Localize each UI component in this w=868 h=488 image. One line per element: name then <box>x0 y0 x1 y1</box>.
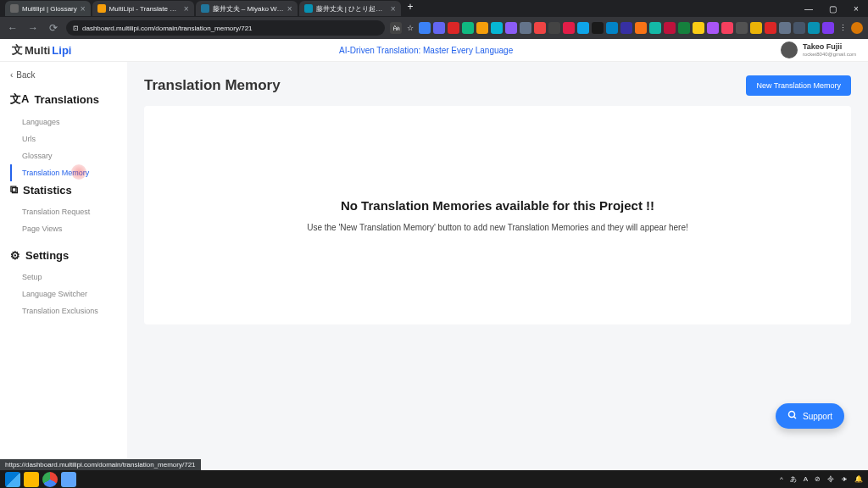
ext-icon-22[interactable] <box>721 22 733 34</box>
profile-icon[interactable] <box>851 22 863 34</box>
tab-close-icon[interactable]: × <box>391 4 396 14</box>
ext-icon-15[interactable] <box>620 22 632 34</box>
sidebar-item-languages[interactable]: Languages <box>10 114 117 130</box>
svg-point-0 <box>788 412 794 418</box>
ext-icon-5[interactable] <box>476 22 488 34</box>
logo-icon: 文 <box>12 42 23 58</box>
ext-icon-21[interactable] <box>707 22 719 34</box>
sidebar-item-translation-request[interactable]: Translation Request <box>10 203 117 220</box>
svg-line-1 <box>793 417 796 419</box>
sidebar-item-language-switcher[interactable]: Language Switcher <box>10 286 117 302</box>
tray-volume-icon[interactable]: 🕩 <box>841 475 848 483</box>
ext-icon-10[interactable] <box>548 22 560 34</box>
ext-icon-7[interactable] <box>505 22 517 34</box>
file-explorer-icon[interactable] <box>24 472 39 487</box>
tab-favicon <box>304 4 313 13</box>
gear-icon: ⚙ <box>10 249 20 262</box>
browser-toolbar: ← → ⟳ ⊡ dashboard.multilipi.com/domain/t… <box>0 17 868 39</box>
ext-icon-6[interactable] <box>491 22 503 34</box>
sidebar-item-glossary[interactable]: Glossary <box>10 147 117 164</box>
ext-icon-13[interactable] <box>592 22 604 34</box>
user-email: rocket8040@gmail.com <box>803 52 856 58</box>
support-button[interactable]: Support <box>776 403 844 429</box>
ext-icon-3[interactable] <box>448 22 459 34</box>
ext-icon-28[interactable] <box>808 22 820 34</box>
back-button[interactable]: ← <box>5 22 20 34</box>
ext-icon-17[interactable] <box>649 22 661 34</box>
ext-icon-24[interactable] <box>750 22 762 34</box>
reload-button[interactable]: ⟳ <box>46 22 61 34</box>
ext-icon-18[interactable] <box>664 22 676 34</box>
notepad-icon[interactable] <box>61 472 76 487</box>
ext-icon-19[interactable] <box>678 22 690 34</box>
page-title: Translation Memory <box>144 77 281 94</box>
sidebar-item-urls[interactable]: Urls <box>10 130 117 147</box>
logo-text-suf: Lipi <box>52 44 71 57</box>
sidebar-item-setup[interactable]: Setup <box>10 269 117 286</box>
ext-icon-20[interactable] <box>693 22 704 34</box>
page-header: Translation Memory New Translation Memor… <box>144 75 851 96</box>
chevron-left-icon: ‹ <box>10 70 13 80</box>
forward-button[interactable]: → <box>25 22 41 34</box>
tab-favicon <box>97 4 106 13</box>
ext-icon-1[interactable] <box>419 22 431 34</box>
tab-title: 藤井丈夫 – Miyako Web Agen… <box>213 4 284 14</box>
header-tagline: AI-Driven Translation: Master Every Lang… <box>71 46 780 55</box>
ext-icon-translate[interactable]: 🗛 <box>390 22 402 34</box>
ext-icon-9[interactable] <box>534 22 546 34</box>
tab-title: MultiLipi - Translate websites to <box>109 5 181 13</box>
tab-close-icon[interactable]: × <box>287 4 292 14</box>
ext-icon-16[interactable] <box>635 22 647 34</box>
new-tab-button[interactable]: + <box>403 1 419 16</box>
translate-icon: 文A <box>10 92 29 107</box>
tab-close-icon[interactable]: × <box>81 4 86 14</box>
tray-ime-icon[interactable]: あ <box>790 474 797 484</box>
tab-title: 藤井丈夫 | ひとり起業家専門のW… <box>316 4 387 14</box>
tray-wifi-icon[interactable]: 令 <box>827 474 834 484</box>
ext-icon-2[interactable] <box>433 22 445 34</box>
ext-icon-star[interactable]: ☆ <box>404 22 416 34</box>
chrome-icon[interactable] <box>42 472 58 487</box>
close-window-button[interactable]: × <box>844 0 868 17</box>
browser-tab-1[interactable]: MultiLipi - Translate websites to × <box>92 1 194 16</box>
user-text: Takeo Fujii rocket8040@gmail.com <box>803 43 856 57</box>
site-info-icon[interactable]: ⊡ <box>73 25 79 32</box>
nav-section-statistics: ⧉ Statistics <box>10 183 117 197</box>
ext-icon-12[interactable] <box>577 22 589 34</box>
new-translation-memory-button[interactable]: New Translation Memory <box>746 75 851 96</box>
start-button[interactable] <box>5 472 20 487</box>
tray-sync-icon[interactable]: ⊘ <box>815 475 821 483</box>
avatar <box>781 42 798 58</box>
ext-icon-14[interactable] <box>606 22 618 34</box>
ext-icon-29[interactable] <box>822 22 834 34</box>
maximize-button[interactable]: ▢ <box>821 0 844 17</box>
browser-tab-3[interactable]: 藤井丈夫 | ひとり起業家専門のW… × <box>299 1 401 16</box>
user-menu[interactable]: Takeo Fujii rocket8040@gmail.com <box>781 42 856 58</box>
ext-icon-26[interactable] <box>779 22 791 34</box>
address-bar[interactable]: ⊡ dashboard.multilipi.com/domain/transla… <box>66 20 385 36</box>
ext-icon-27[interactable] <box>793 22 805 34</box>
user-name: Takeo Fujii <box>803 43 856 52</box>
ext-icon-25[interactable] <box>765 22 776 34</box>
sidebar-item-translation-exclusions[interactable]: Translation Exclusions <box>10 302 117 319</box>
ext-icon-4[interactable] <box>462 22 474 34</box>
tray-lang-icon[interactable]: A <box>804 475 808 483</box>
browser-titlebar: Multilipi | Glossary × MultiLipi - Trans… <box>0 0 868 17</box>
sidebar-item-page-views[interactable]: Page Views <box>10 220 117 237</box>
sidebar-item-translation-memory[interactable]: Translation Memory <box>10 164 117 181</box>
minimize-button[interactable]: — <box>797 0 821 17</box>
tray-notifications-icon[interactable]: 🔔 <box>854 475 863 483</box>
status-url: https://dashboard.multilipi.com/domain/t… <box>0 459 201 470</box>
ext-icon-23[interactable] <box>736 22 748 34</box>
tab-close-icon[interactable]: × <box>184 4 189 14</box>
main-content: Translation Memory New Translation Memor… <box>127 62 868 470</box>
ext-icon-menu[interactable]: ⋮ <box>837 22 849 34</box>
logo[interactable]: 文 MultiLipi <box>12 42 71 58</box>
back-link[interactable]: ‹ Back <box>10 70 117 80</box>
browser-tab-0[interactable]: Multilipi | Glossary × <box>5 1 91 16</box>
ext-icon-11[interactable] <box>563 22 575 34</box>
search-icon <box>787 410 798 422</box>
tray-chevron-icon[interactable]: ^ <box>780 475 783 483</box>
browser-tab-2[interactable]: 藤井丈夫 – Miyako Web Agen… × <box>196 1 298 16</box>
ext-icon-8[interactable] <box>520 22 531 34</box>
